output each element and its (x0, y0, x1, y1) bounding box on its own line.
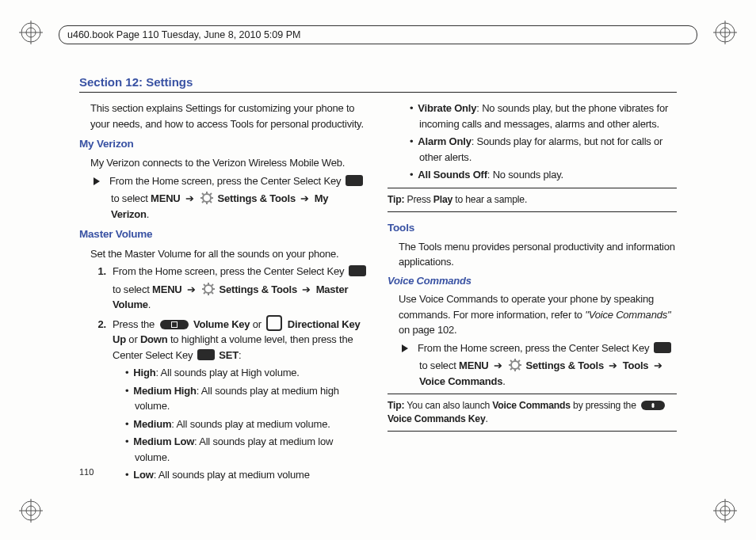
level-medium-high: Medium High: All sounds play at medium h… (135, 383, 368, 414)
my-verizon-step-line2: to select MENU ➔ Settings & Tools ➔ My V… (111, 191, 368, 222)
svg-line-23 (202, 201, 204, 203)
tools-body: The Tools menu provides personal product… (399, 239, 677, 270)
svg-point-25 (204, 285, 212, 293)
volume-key-icon (160, 320, 189, 329)
section-title: Section 12: Settings (79, 75, 677, 89)
level-low: Low: All sounds play at medium volume (135, 467, 368, 483)
arrow-icon: ➔ (302, 283, 311, 295)
arrow-icon: ➔ (187, 283, 196, 295)
directional-key-icon (266, 315, 282, 331)
master-volume-body: Set the Master Volume for all the sounds… (90, 246, 368, 262)
gear-icon (509, 359, 521, 371)
center-select-key-icon (346, 175, 363, 186)
page-header-bar: u460.book Page 110 Tuesday, June 8, 2010… (59, 25, 697, 44)
heading-my-verizon: My Verizon (79, 136, 368, 152)
svg-line-39 (510, 360, 512, 362)
tip-voice-commands-key: Tip: You can also launch Voice Commands … (388, 394, 677, 432)
gear-icon (202, 283, 215, 295)
svg-line-31 (212, 292, 213, 294)
voice-commands-step: From the Home screen, press the Center S… (419, 340, 677, 356)
level-high: High: All sounds play at High volume. (135, 365, 368, 381)
arrow-icon: ➔ (185, 192, 194, 204)
crop-mark-icon (19, 21, 43, 44)
volume-levels-list: High: All sounds play at High volume. Me… (125, 365, 368, 483)
step-2: 2.Press the Volume Key or Directional Ke… (113, 315, 368, 363)
level-alarm-only: Alarm Only: Sounds play for alarms, but … (419, 134, 677, 165)
svg-point-16 (203, 194, 211, 202)
crop-mark-icon (713, 499, 737, 523)
center-select-key-icon (197, 349, 215, 360)
level-medium-low: Medium Low: All sounds play at medium lo… (135, 434, 368, 465)
my-verizon-step: From the Home screen, press the Center S… (111, 173, 368, 189)
arrow-icon: ➔ (609, 359, 617, 371)
page-number: 110 (79, 467, 94, 477)
right-column: Vibrate Only: No sounds play, but the ph… (388, 101, 677, 485)
svg-line-42 (518, 360, 520, 362)
left-column: This section explains Settings for custo… (79, 101, 368, 485)
svg-line-33 (212, 284, 213, 286)
my-verizon-body: My Verizon connects to the Verizon Wirel… (90, 155, 368, 171)
heading-voice-commands: Voice Commands (388, 273, 677, 289)
center-select-key-icon (654, 342, 671, 353)
divider (79, 92, 677, 93)
page-header-text: u460.book Page 110 Tuesday, June 8, 2010… (67, 29, 300, 40)
gear-icon (200, 192, 213, 204)
page-content: Section 12: Settings This section explai… (79, 75, 677, 477)
crop-mark-icon (713, 21, 737, 44)
step-1: 1.From the Home screen, press the Center… (113, 264, 368, 280)
voice-commands-step-line2: to select MENU ➔ Settings & Tools ➔ Tool… (419, 358, 677, 389)
triangle-bullet-icon (402, 344, 408, 352)
svg-line-32 (204, 292, 205, 294)
heading-master-volume: Master Volume (79, 226, 368, 242)
voice-commands-body: Use Voice Commands to operate your phone… (399, 291, 677, 338)
svg-line-22 (210, 201, 212, 203)
svg-line-21 (202, 193, 204, 195)
svg-line-30 (204, 284, 205, 286)
volume-levels-list-cont: Vibrate Only: No sounds play, but the ph… (410, 101, 677, 183)
tip-play-sample: Tip: Press Play to hear a sample. (388, 188, 677, 212)
crop-mark-icon (19, 499, 43, 523)
step-1-line2: to select MENU ➔ Settings & Tools ➔ Mast… (113, 282, 368, 313)
heading-tools: Tools (388, 220, 677, 236)
level-medium: Medium: All sounds play at medium volume… (135, 416, 368, 432)
triangle-bullet-icon (94, 177, 100, 185)
center-select-key-icon (349, 265, 366, 276)
arrow-icon: ➔ (300, 192, 309, 204)
svg-line-24 (210, 193, 212, 195)
voice-commands-key-icon (641, 401, 665, 410)
svg-line-40 (518, 368, 520, 370)
intro-text: This section explains Settings for custo… (90, 101, 368, 131)
svg-point-34 (511, 361, 519, 369)
level-vibrate-only: Vibrate Only: No sounds play, but the ph… (419, 101, 677, 131)
arrow-icon: ➔ (494, 359, 502, 371)
arrow-icon: ➔ (654, 359, 662, 371)
level-all-sounds-off: All Sounds Off: No sounds play. (419, 167, 677, 183)
svg-line-41 (510, 368, 512, 370)
